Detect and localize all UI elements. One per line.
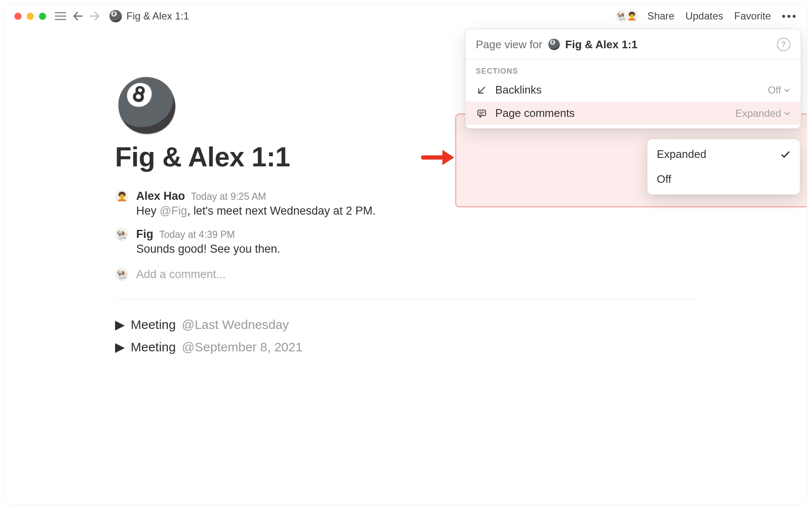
app-window: 🎱 Fig & Alex 1:1 🐏 🧑‍🦱 Share Updates Fav… xyxy=(5,3,807,505)
triangle-icon: ▶ xyxy=(115,317,125,332)
window-zoom-button[interactable] xyxy=(39,13,46,20)
menu-row-label: Backlinks xyxy=(495,83,760,97)
chevron-down-icon xyxy=(784,110,790,117)
nav-arrows xyxy=(72,11,100,22)
breadcrumb-title: Fig & Alex 1:1 xyxy=(126,10,189,22)
toggle-label: Meeting xyxy=(131,340,176,354)
triangle-icon: ▶ xyxy=(115,340,125,354)
comment-time: Today at 4:39 PM xyxy=(159,229,235,240)
menu-page-title: Fig & Alex 1:1 xyxy=(565,38,638,51)
nav-back-button[interactable] xyxy=(72,11,83,22)
window-controls xyxy=(14,13,46,20)
page-view-menu: Page view for 🎱 Fig & Alex 1:1 ? SECTION… xyxy=(465,29,801,129)
page-title[interactable]: Fig & Alex 1:1 xyxy=(115,141,697,173)
date-mention[interactable]: @September 8, 2021 xyxy=(182,340,303,354)
menu-row-backlinks[interactable]: Backlinks Off xyxy=(466,78,801,102)
share-button[interactable]: Share xyxy=(647,10,675,22)
page-comments-dropdown: Expanded Off xyxy=(647,139,800,195)
add-comment-placeholder: Add a comment... xyxy=(136,268,226,281)
comment-avatar: 🧑‍🦱 xyxy=(115,190,129,203)
menu-lead-text: Page view for xyxy=(476,38,543,51)
nav-forward-button[interactable] xyxy=(89,11,100,22)
updates-button[interactable]: Updates xyxy=(686,10,723,22)
toggle-label: Meeting xyxy=(131,318,176,332)
backlinks-icon xyxy=(476,86,488,95)
comment-time: Today at 9:25 AM xyxy=(191,191,266,202)
menu-page-icon: 🎱 xyxy=(548,39,560,50)
presence-avatar: 🧑‍🦱 xyxy=(625,9,639,23)
top-actions: Share Updates Favorite ••• xyxy=(647,10,798,22)
menu-section-label: SECTIONS xyxy=(466,59,801,78)
sidebar-toggle-button[interactable] xyxy=(55,11,66,21)
dropdown-option-expanded[interactable]: Expanded xyxy=(647,142,800,167)
menu-row-label: Page comments xyxy=(495,107,728,120)
svg-line-5 xyxy=(479,87,485,93)
chevron-down-icon xyxy=(784,87,790,94)
add-comment[interactable]: 🐏 Add a comment... xyxy=(115,268,697,281)
check-icon xyxy=(780,149,790,160)
menu-row-page-comments[interactable]: Page comments Expanded xyxy=(466,102,801,125)
presence-avatars[interactable]: 🐏 🧑‍🦱 xyxy=(614,9,639,23)
comment: 🧑‍🦱 Alex Hao Today at 9:25 AM Hey @Fig, … xyxy=(115,190,697,218)
tutorial-arrow-icon xyxy=(421,148,454,167)
menu-row-value: Expanded xyxy=(735,108,790,119)
svg-rect-6 xyxy=(478,110,486,116)
favorite-button[interactable]: Favorite xyxy=(734,10,771,22)
breadcrumb-icon: 🎱 xyxy=(109,11,122,22)
comment: 🐏 Fig Today at 4:39 PM Sounds good! See … xyxy=(115,228,697,256)
toggle-list: ▶ Meeting @Last Wednesday ▶ Meeting @Sep… xyxy=(115,317,697,354)
svg-marker-10 xyxy=(442,150,454,165)
more-menu-button[interactable]: ••• xyxy=(782,10,798,22)
window-minimize-button[interactable] xyxy=(27,13,34,20)
dropdown-option-label: Expanded xyxy=(657,148,706,161)
breadcrumb[interactable]: 🎱 Fig & Alex 1:1 xyxy=(109,10,189,22)
page-view-menu-header: Page view for 🎱 Fig & Alex 1:1 ? xyxy=(466,29,801,59)
topbar: 🎱 Fig & Alex 1:1 🐏 🧑‍🦱 Share Updates Fav… xyxy=(5,3,807,29)
dropdown-option-label: Off xyxy=(657,173,671,186)
comment-author: Alex Hao xyxy=(136,190,185,203)
comment-text: Sounds good! See you then. xyxy=(136,243,697,256)
window-close-button[interactable] xyxy=(14,13,22,20)
self-avatar: 🐏 xyxy=(115,268,129,281)
comment-author: Fig xyxy=(136,228,154,241)
toggle-item[interactable]: ▶ Meeting @Last Wednesday xyxy=(115,317,697,332)
help-icon[interactable]: ? xyxy=(777,38,790,51)
toggle-item[interactable]: ▶ Meeting @September 8, 2021 xyxy=(115,340,697,354)
mention[interactable]: @Fig xyxy=(160,204,187,217)
date-mention[interactable]: @Last Wednesday xyxy=(182,318,289,332)
comments-icon xyxy=(476,108,488,119)
comment-text: Hey @Fig, let's meet next Wednesday at 2… xyxy=(136,204,697,218)
divider xyxy=(115,299,697,299)
comment-avatar: 🐏 xyxy=(115,228,129,241)
page-comments: 🧑‍🦱 Alex Hao Today at 9:25 AM Hey @Fig, … xyxy=(115,190,697,281)
menu-row-value: Off xyxy=(768,84,790,96)
dropdown-option-off[interactable]: Off xyxy=(647,167,800,192)
